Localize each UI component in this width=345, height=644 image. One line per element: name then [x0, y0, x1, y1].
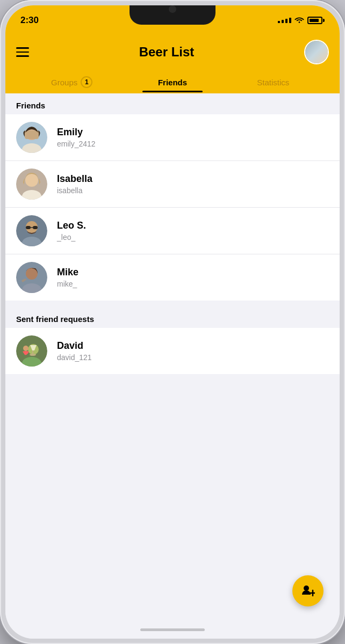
svg-rect-10	[26, 226, 31, 229]
user-info: Isabella isabella	[57, 173, 329, 195]
menu-button[interactable]	[16, 47, 29, 57]
user-name: Mike	[57, 267, 329, 278]
requests-list: David david_121	[5, 328, 340, 374]
status-time: 2:30	[20, 15, 39, 26]
tab-bar: Groups 1 Friends Statistics	[16, 71, 329, 93]
header: Beer List Groups 1 Friends Statistics	[5, 32, 340, 93]
user-name: Emily	[57, 127, 329, 138]
add-friend-icon	[301, 584, 315, 598]
app-title: Beer List	[139, 45, 195, 60]
user-name: David	[57, 340, 329, 352]
svg-rect-3	[25, 130, 39, 139]
avatar	[16, 122, 47, 153]
signal-icon	[278, 18, 291, 23]
tab-groups[interactable]: Groups 1	[21, 71, 122, 93]
user-info: Emily emily_2412	[57, 127, 329, 148]
camera	[169, 5, 176, 13]
groups-badge: 1	[81, 76, 92, 88]
list-item[interactable]: Mike mike_	[5, 254, 340, 301]
user-name: Leo S.	[57, 220, 329, 231]
bottom-padding	[5, 374, 340, 428]
screen: 2:30	[5, 5, 340, 639]
user-handle: _leo_	[57, 233, 329, 241]
avatar	[16, 215, 47, 246]
avatar	[16, 335, 47, 367]
battery-icon	[307, 17, 325, 24]
tab-friends[interactable]: Friends	[122, 72, 222, 92]
user-info: Mike mike_	[57, 267, 329, 288]
header-top: Beer List	[16, 38, 329, 71]
section-spacer	[5, 301, 340, 307]
avatar	[16, 169, 47, 200]
status-icons	[278, 16, 325, 25]
svg-point-21	[30, 354, 36, 356]
friends-section-header: Friends	[5, 93, 340, 114]
user-info: Leo S. _leo_	[57, 220, 329, 241]
add-friend-button[interactable]	[292, 575, 324, 606]
svg-point-6	[25, 174, 38, 187]
tab-statistics[interactable]: Statistics	[223, 72, 324, 92]
phone-frame: 2:30	[0, 0, 345, 644]
requests-section-header: Sent friend requests	[5, 307, 340, 328]
user-name: Isabella	[57, 173, 329, 185]
user-handle: isabella	[57, 186, 329, 195]
list-item[interactable]: David david_121	[5, 328, 340, 374]
user-avatar-button[interactable]	[304, 40, 329, 64]
user-handle: emily_2412	[57, 140, 329, 148]
list-item[interactable]: Leo S. _leo_	[5, 208, 340, 254]
wifi-icon	[294, 16, 304, 25]
user-handle: mike_	[57, 280, 329, 288]
friends-list: Emily emily_2412	[5, 114, 340, 301]
home-indicator	[140, 628, 205, 631]
list-item[interactable]: Emily emily_2412	[5, 114, 340, 161]
user-info: David david_121	[57, 340, 329, 362]
user-handle: david_121	[57, 353, 329, 362]
svg-rect-11	[33, 226, 38, 229]
content-area: Friends	[5, 93, 340, 639]
svg-point-22	[23, 346, 28, 351]
svg-point-23	[304, 586, 309, 591]
list-item[interactable]: Isabella isabella	[5, 161, 340, 208]
avatar	[16, 262, 47, 293]
